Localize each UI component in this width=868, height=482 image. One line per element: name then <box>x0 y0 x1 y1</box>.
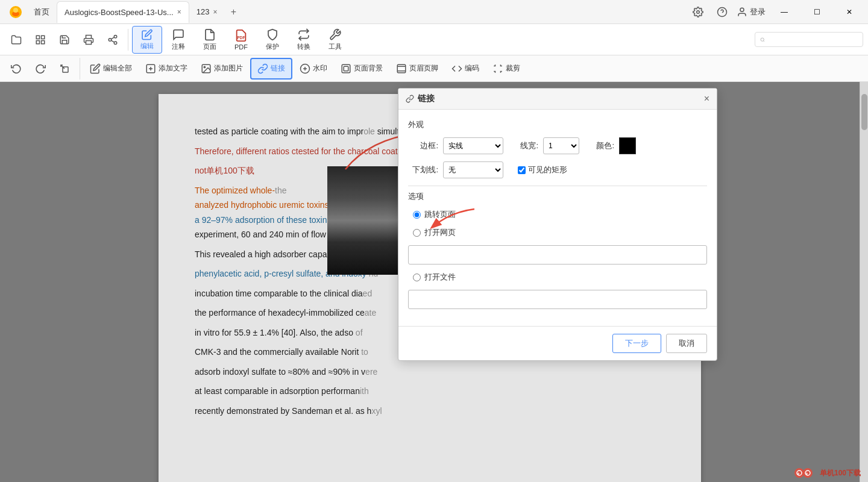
annotate-btn[interactable]: 注释 <box>163 26 193 54</box>
link-btn[interactable]: 链接 <box>250 58 292 80</box>
cancel-btn[interactable]: 取消 <box>666 334 707 353</box>
convert-btn[interactable]: 转换 <box>289 26 319 54</box>
line-width-select[interactable]: 1 <box>543 137 579 154</box>
line-width-label: 线宽: <box>508 140 538 151</box>
svg-line-19 <box>764 40 764 41</box>
svg-point-6 <box>740 8 744 11</box>
border-row: 边框: 实线 线宽: 1 颜色: <box>408 137 707 154</box>
print-btn[interactable] <box>77 29 100 51</box>
svg-rect-9 <box>36 40 39 43</box>
dialog-title: 链接 <box>418 93 435 104</box>
border-label: 边框: <box>408 140 438 151</box>
link-dialog: 链接 × 外观 边框: 实线 线宽: 1 颜色: <box>398 88 717 361</box>
open-file-row: 打开文件 <box>413 272 707 283</box>
svg-point-3 <box>697 10 700 13</box>
open-web-radio[interactable] <box>413 229 421 237</box>
tools-label: 工具 <box>329 42 342 51</box>
svg-line-16 <box>111 37 114 39</box>
svg-rect-31 <box>344 66 348 71</box>
edit-btn[interactable]: 编辑 <box>132 26 162 54</box>
undo-btn[interactable] <box>5 58 28 80</box>
layout-btn[interactable] <box>29 29 52 51</box>
watermark-text: 单机100下载 <box>820 468 861 478</box>
toolbar-top: 编辑 注释 页面 PDF PDF 保护 转换 工具 <box>0 24 868 55</box>
watermark-btn[interactable]: 水印 <box>294 58 333 80</box>
close-btn[interactable]: ✕ <box>835 2 863 22</box>
visible-rect-label: 可见的矩形 <box>528 164 567 175</box>
pdf-btn[interactable]: PDF PDF <box>226 26 256 54</box>
minimize-btn[interactable]: — <box>770 2 798 22</box>
link-label: 链接 <box>271 63 285 74</box>
add-image-btn[interactable]: 添加图片 <box>195 58 249 80</box>
tab-home[interactable]: 首页 <box>27 1 57 23</box>
open-web-label: 打开网页 <box>424 227 456 238</box>
dialog-body: 外观 边框: 实线 线宽: 1 颜色: 下划线: 无 <box>398 110 717 326</box>
crop-label: 裁剪 <box>506 63 520 74</box>
search-input[interactable] <box>767 35 858 44</box>
open-folder-btn[interactable] <box>5 29 28 51</box>
save-btn[interactable] <box>53 29 76 51</box>
main-area: tested as particle coating with the aim … <box>0 82 868 482</box>
add-image-label: 添加图片 <box>214 63 243 74</box>
svg-point-12 <box>114 35 117 38</box>
user-login[interactable]: 登录 <box>737 7 766 17</box>
code-btn[interactable]: 编码 <box>445 58 485 80</box>
tab-123-label: 123 <box>197 7 210 16</box>
edit-label: 编辑 <box>140 42 154 51</box>
page-bg-btn[interactable]: 页面背景 <box>335 58 389 80</box>
tab-document-label: Auslogics-BoostSpeed-13-Us... <box>64 8 174 17</box>
svg-text:PDF: PDF <box>237 35 245 39</box>
border-select[interactable]: 实线 <box>443 137 503 154</box>
titlebar-controls: 登录 — ☐ ✕ <box>688 2 863 22</box>
tab-123-close[interactable]: × <box>213 8 217 16</box>
add-text-btn[interactable]: 添加文字 <box>139 58 193 80</box>
edit-crop-btn[interactable] <box>53 58 76 80</box>
header-footer-btn[interactable]: 页眉页脚 <box>390 58 444 80</box>
visible-rect-checkbox[interactable] <box>518 166 526 174</box>
underline-select[interactable]: 无 <box>443 161 503 178</box>
login-label: 登录 <box>750 7 766 17</box>
toolbar-second: 编辑全部 添加文字 添加图片 链接 水印 页面背景 页眉页脚 编码 裁剪 <box>0 55 868 82</box>
svg-point-18 <box>761 38 764 41</box>
tab-close-btn[interactable]: × <box>177 8 181 16</box>
protect-btn[interactable]: 保护 <box>257 26 288 54</box>
settings-icon[interactable] <box>688 2 708 22</box>
file-path-input[interactable] <box>408 290 707 309</box>
page-bg-label: 页面背景 <box>354 63 383 74</box>
edit-all-btn[interactable]: 编辑全部 <box>84 58 138 80</box>
watermark-area: + + 单机100下载 <box>787 464 868 482</box>
open-file-label: 打开文件 <box>424 272 456 283</box>
tools-btn[interactable]: 工具 <box>320 26 350 54</box>
color-swatch[interactable] <box>619 137 636 154</box>
svg-rect-10 <box>42 40 45 43</box>
next-btn[interactable]: 下一步 <box>612 334 661 353</box>
dialog-footer: 下一步 取消 <box>398 326 717 360</box>
svg-point-14 <box>114 42 117 45</box>
dialog-close-btn[interactable]: × <box>704 93 709 104</box>
jump-page-row: 跳转页面 <box>413 209 707 220</box>
new-tab-btn[interactable]: + <box>224 3 242 21</box>
header-footer-label: 页眉页脚 <box>409 63 438 74</box>
tab-document[interactable]: Auslogics-BoostSpeed-13-Us... × <box>57 1 189 23</box>
open-file-radio[interactable] <box>413 274 421 281</box>
edit-all-label: 编辑全部 <box>103 63 132 74</box>
redo-btn[interactable] <box>29 58 52 80</box>
svg-rect-7 <box>36 36 39 39</box>
tab-123[interactable]: 123 × <box>189 1 225 23</box>
underline-row: 下划线: 无 可见的矩形 <box>408 161 707 178</box>
search-box <box>755 32 863 47</box>
svg-rect-8 <box>42 36 45 39</box>
jump-page-radio[interactable] <box>413 211 421 219</box>
color-label: 颜色: <box>584 140 614 151</box>
share-btn[interactable] <box>101 29 124 51</box>
svg-rect-30 <box>342 64 350 73</box>
crop-btn[interactable]: 裁剪 <box>486 58 526 80</box>
add-text-label: 添加文字 <box>159 63 187 74</box>
help-icon[interactable] <box>712 2 732 22</box>
web-url-input[interactable] <box>408 245 707 264</box>
pdf-label: PDF <box>234 43 248 51</box>
svg-text:+: + <box>805 471 808 477</box>
dialog-overlay: 链接 × 外观 边框: 实线 线宽: 1 颜色: <box>0 82 868 482</box>
page-btn[interactable]: 页面 <box>195 26 225 54</box>
maximize-btn[interactable]: ☐ <box>803 2 831 22</box>
